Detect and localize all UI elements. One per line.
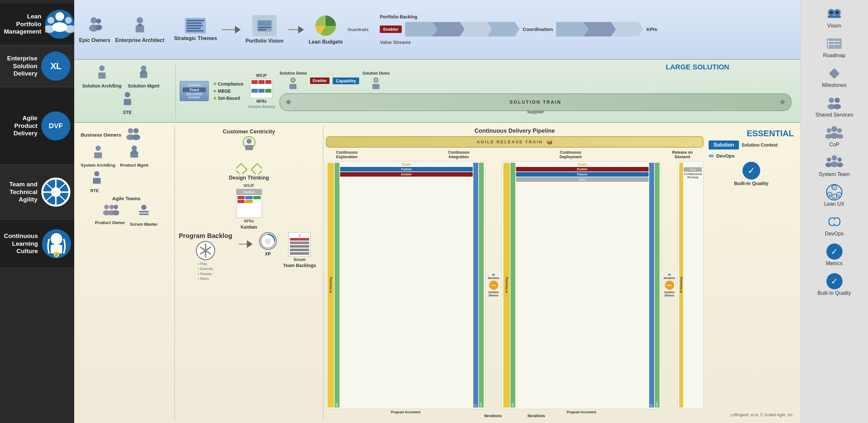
enabler-label: Enabler [380, 26, 402, 33]
enterprise-architect-label: Enterprise Architect [115, 37, 164, 43]
devops-label-sidebar: DevOps [825, 231, 844, 237]
nfrs-ls-label: NFRs [256, 99, 267, 104]
svg-point-2 [48, 17, 55, 24]
svg-point-81 [827, 128, 832, 133]
portfolio-vision-label: Portfolio Vision [246, 38, 284, 44]
sidebar-item-continuous-learning[interactable]: Continuous Learning Culture ✓ [0, 220, 74, 268]
diamond-left [286, 100, 290, 104]
right-item-lean-ux[interactable]: C A M L R Lean UX [802, 181, 866, 209]
goals-label-1: Goals [340, 163, 473, 166]
svg-point-0 [56, 12, 64, 21]
essential-people: Business Owners Syst [78, 126, 175, 420]
strategic-themes-label: Strategic Themes [174, 35, 217, 41]
pipeline-section: Continuous Delivery Pipeline AGILE RELEA… [323, 126, 706, 420]
card-2 [238, 200, 245, 203]
arch-runway-label: Architectural Runway [684, 172, 702, 179]
iaa-badge-1: I&A [489, 281, 498, 290]
card-1 [238, 196, 245, 199]
lean-portfolio-icon [45, 10, 74, 39]
system-team-icon [825, 154, 844, 170]
right-item-system-team[interactable]: System Team [802, 152, 866, 180]
set-based-item: Set-Based [214, 95, 243, 101]
xp-item: Program Backlog • Plan• Execute• Review•… [179, 232, 232, 282]
svg-rect-51 [93, 178, 101, 184]
large-solution-title: LARGE SOLUTION [666, 63, 729, 72]
value-stream-chevrons2 [556, 22, 643, 36]
arrow1 [222, 26, 241, 34]
compliance-item: Compliance [214, 81, 243, 87]
tb-card1 [290, 238, 309, 241]
xp-label: Program Backlog [179, 232, 232, 239]
scrum-master-label: Scrum Master [130, 222, 158, 227]
portfolio-backlog-row: Portfolio Backlog [380, 14, 796, 19]
stage-ce: Continuous Exploration [329, 150, 365, 159]
svg-point-41 [128, 128, 133, 133]
po-sm-row: Product Owner Scrum Master [81, 204, 172, 227]
agile-teams-label: Agile Teams [81, 196, 172, 201]
svg-point-56 [114, 205, 118, 209]
ste-item: STE [82, 91, 172, 115]
svg-point-69 [830, 11, 833, 14]
sidebar-item-team-technical[interactable]: Team and Technical Agility [0, 165, 74, 220]
solution-intent-box: Variable Fixed SOLUTION INTENT [180, 81, 209, 101]
wsjf-label: WSJF [256, 73, 267, 78]
svg-point-54 [110, 205, 114, 209]
tb-card3 [290, 245, 309, 248]
kanban-body [237, 195, 262, 218]
stage-cd: Continuous Deployment [553, 150, 588, 159]
biq-check-sidebar: ✓ [826, 273, 842, 289]
team-backlogs-item: 3 Scrum Team Backlogs [283, 232, 316, 268]
svg-rect-26 [258, 29, 266, 30]
right-item-roadmap[interactable]: Roadmap [802, 33, 866, 61]
svg-point-47 [132, 146, 137, 151]
coordination-label: Coordination [523, 26, 553, 32]
right-item-metrics[interactable]: ✓ Metrics [802, 241, 866, 269]
pi1-goals: Goals Feature Enabler [340, 163, 473, 407]
svg-point-33 [125, 92, 130, 97]
sys-arch-prod-mgmt: System Arch/Eng Product Mgmt [81, 145, 172, 168]
iaa-badge-2: I&A [665, 281, 674, 290]
ip-iter-label: IP Iteration [488, 273, 499, 280]
right-item-cop[interactable]: CoP [802, 122, 866, 150]
sidebar-item-enterprise-solution[interactable]: Enterprise Solution Delivery XL [0, 45, 74, 87]
fixed-label: Fixed [183, 87, 206, 92]
product-owner-label: Product Owner [95, 220, 125, 225]
scrum-circle [259, 232, 277, 250]
system-arch-label: System Arch/Eng [81, 163, 115, 168]
solution-intent-label: SOLUTION INTENT [183, 93, 206, 99]
lean-budgets-label: Lean Budgets [309, 39, 343, 45]
right-item-built-in-quality[interactable]: ✓ Built-In Quality [802, 271, 866, 299]
art-label: AGILE RELEASE TRAIN [476, 140, 543, 144]
ls-practices: Compliance MBSE Set-Based [214, 81, 243, 101]
ci-bar-1: CI [473, 163, 478, 407]
ls-backlog: WSJF NFRs Solution Backlog [248, 73, 275, 109]
continuous-learning-icon: ✓ [42, 229, 71, 258]
card-4 [245, 200, 253, 203]
value-streams-label: Value Streams [380, 40, 796, 45]
right-item-vision[interactable]: Vision [802, 3, 866, 31]
enabler-card-1: Enabler [340, 172, 473, 177]
svg-point-90 [837, 162, 843, 167]
feature-card-2: Feature [516, 172, 649, 177]
pi-planning-text-1: PI Planning [329, 277, 332, 293]
solution-button[interactable]: Solution [709, 140, 739, 149]
ce-bar-2: CE [510, 163, 515, 407]
svg-rect-49 [132, 150, 137, 153]
svg-rect-25 [258, 27, 271, 28]
svg-point-67 [265, 238, 271, 244]
pi-1: PI Planning CE Goals Feature Enabler [326, 161, 485, 409]
right-item-devops[interactable]: DevOps [802, 211, 866, 239]
right-item-shared-services[interactable]: Shared Services [802, 92, 866, 120]
card-3 [245, 196, 253, 199]
sidebar-item-lean-portfolio[interactable]: Lean Portfolio Management [0, 3, 74, 45]
product-mgmt-label: Product Mgmt [120, 163, 148, 168]
right-item-milestones[interactable]: Milestones [802, 63, 866, 91]
iterations-label: Iterations [484, 414, 502, 418]
sidebar-item-agile-product[interactable]: Agile Product Delivery DVF [0, 87, 74, 165]
compliance-label: Compliance [218, 81, 243, 87]
team-backlogs-label: Team Backlogs [283, 263, 316, 268]
ip-iter-1: IP Iteration I&A System Demos [488, 161, 499, 409]
shared-services-icon [825, 95, 844, 111]
solution-context-label: Solution Context [742, 142, 778, 147]
ce-bar-1: CE [335, 163, 339, 407]
